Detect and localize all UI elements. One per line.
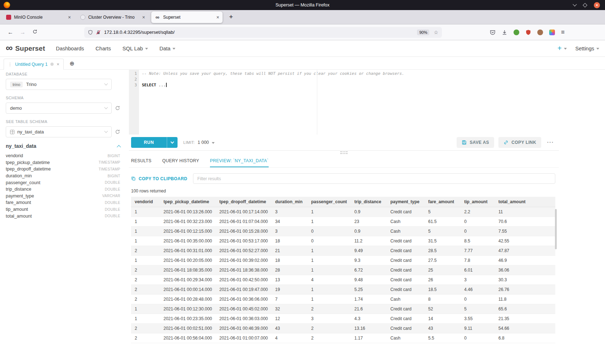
results-tab[interactable]: PREVIEW: `NY_TAXI_DATA` [210,158,269,167]
table-row[interactable]: 12021-06-01 00:12:15.0002021-06-01 00:15… [131,227,555,236]
refresh-tables-icon[interactable] [115,129,120,135]
window-minimize-icon[interactable] [573,2,577,6]
schema-select[interactable]: demo [6,103,112,114]
table-cell: 1 [308,265,351,275]
new-item-button[interactable]: + [557,45,567,52]
column-header[interactable]: total_amount [495,197,555,207]
browser-tab[interactable]: ∞Superset× [151,12,223,23]
add-query-tab-button[interactable]: ⊕ [70,61,74,67]
nav-item-data[interactable]: Data [160,46,176,51]
nav-item-sql-lab[interactable]: SQL Lab [122,46,148,51]
table-row[interactable]: 22021-06-01 00:00:14.0002021-06-01 00:19… [131,285,555,295]
superset-logo[interactable]: ∞ Superset [6,44,45,53]
column-header[interactable]: vendorid [131,197,160,207]
filter-results-input[interactable] [193,173,555,184]
table-select[interactable]: ny_taxi_data [6,126,112,137]
table-row[interactable]: 22021-06-01 00:28:48.0002021-06-01 00:36… [131,295,555,304]
column-header[interactable]: trip_distance [351,197,387,207]
extension-brown-icon[interactable] [537,29,543,35]
more-options-button[interactable]: ··· [546,139,555,146]
browser-tab[interactable]: Cluster Overview - Trino× [77,12,148,23]
tab-close-icon[interactable]: × [66,14,71,20]
table-cell: 2021-06-01 00:02:51.000 [160,324,216,333]
reload-button[interactable] [29,29,41,36]
sqllab-main: DATABASE trino Trino SCHEMA demo [0,70,605,364]
column-header[interactable]: tpep_pickup_datetime [160,197,216,207]
forward-button[interactable]: → [17,29,29,36]
pane-splitter[interactable] [129,150,559,155]
results-tab[interactable]: RESULTS [131,158,152,167]
results-tab[interactable]: QUERY HISTORY [162,158,199,167]
new-tab-button[interactable]: + [225,13,237,22]
column-header[interactable]: duration_min [272,197,308,207]
column-header[interactable]: tpep_dropoff_datetime [216,197,272,207]
chevron-up-icon[interactable] [117,145,121,149]
table-row[interactable]: 22021-06-01 00:31:01.0002021-06-01 00:52… [131,246,555,256]
column-header[interactable]: payment_type [387,197,425,207]
column-name: tip_amount [6,207,28,212]
table-row[interactable]: 12021-06-01 00:13:26.0002021-06-01 00:17… [131,207,555,217]
lock-insecure-icon[interactable] [96,30,101,35]
copy-to-clipboard-button[interactable]: COPY TO CLIPBOARD [131,176,187,181]
zoom-indicator[interactable]: 90% [417,29,429,35]
table-cell: 2 [131,324,160,333]
back-button[interactable]: ← [4,29,17,36]
settings-menu[interactable]: Settings [575,46,599,51]
column-type: BIGINT [108,174,120,178]
query-tab-close-icon[interactable]: × [57,62,59,67]
ublock-icon[interactable] [525,29,531,35]
extension-green-icon[interactable] [514,29,519,35]
nav-item-charts[interactable]: Charts [95,46,111,51]
run-button-group: RUN [131,137,178,148]
table-cell: 5 [425,207,461,217]
limit-dropdown[interactable]: LIMIT: 1 000 [183,140,215,145]
table-row[interactable]: 22021-06-01 00:56:04.0002021-06-01 01:00… [131,333,555,343]
table-cell: 2 [308,324,351,333]
extension-colorful-icon[interactable] [549,29,555,35]
table-schema-header[interactable]: ny_taxi_data [6,143,123,149]
window-close-icon[interactable]: × [594,2,600,8]
bookmark-star-icon[interactable]: ☆ [434,29,438,35]
pocket-icon[interactable] [490,29,496,35]
copy-link-button[interactable]: COPY LINK [498,137,541,148]
menu-icon[interactable]: ≡ [561,29,565,36]
table-cell: 0.9 [351,207,387,217]
tab-close-icon[interactable]: × [140,14,145,20]
table-row[interactable]: 12021-06-01 00:23:35.0002021-06-01 00:36… [131,314,555,324]
run-button[interactable]: RUN [131,137,167,148]
save-as-button[interactable]: SAVE AS [457,137,494,148]
table-cell: 5 [461,304,495,314]
chevron-down-icon [171,140,174,144]
table-cell: 6.72 [351,265,387,275]
table-cell: 43 [425,324,461,333]
run-options-button[interactable] [167,137,178,148]
query-tab[interactable]: ⋮ Untitled Query 1 × [4,59,64,70]
column-header[interactable]: fare_amount [425,197,461,207]
downloads-icon[interactable] [502,29,507,35]
table-cell: 42.55 [495,236,555,246]
refresh-schemas-icon[interactable] [115,105,120,111]
table-row[interactable]: 22021-06-01 00:29:34.0002021-06-01 00:42… [131,275,555,285]
results-tabbar: RESULTSQUERY HISTORYPREVIEW: `NY_TAXI_DA… [129,155,559,168]
column-header[interactable]: passenger_count [308,197,351,207]
table-cell: 0 [461,217,495,227]
window-maximize-icon[interactable] [583,3,587,8]
table-row[interactable]: 12021-06-01 00:20:05.0002021-06-01 00:39… [131,256,555,265]
table-cell: 4.3 [351,314,387,324]
limit-value: 1 000 [198,140,209,145]
nav-item-dashboards[interactable]: Dashboards [56,46,84,51]
database-select[interactable]: trino Trino [6,79,112,90]
table-row[interactable]: 12021-06-01 00:32:23.0002021-06-01 01:07… [131,217,555,227]
sql-editor[interactable]: 123 -- Note: Unless you save your query,… [129,70,559,135]
table-row[interactable]: 22021-06-01 18:08:35.0002021-06-01 18:36… [131,265,555,275]
shield-icon[interactable] [88,30,93,35]
table-cell: 7.77 [461,246,495,256]
url-bar[interactable]: 172.18.0.4:32295/superset/sqllab/ 90% ☆ [84,27,442,38]
table-row[interactable]: 22021-06-01 00:02:51.0002021-06-01 00:46… [131,324,555,333]
table-row[interactable]: 12021-06-01 00:35:00.0002021-06-01 00:53… [131,236,555,246]
browser-tab[interactable]: MinIO Console× [3,12,74,23]
table-row[interactable]: 12021-06-01 00:12:30.0002021-06-01 00:45… [131,304,555,314]
column-header[interactable]: tip_amount [461,197,495,207]
tab-close-icon[interactable]: × [214,14,219,20]
table-scrollbar[interactable] [555,209,557,249]
